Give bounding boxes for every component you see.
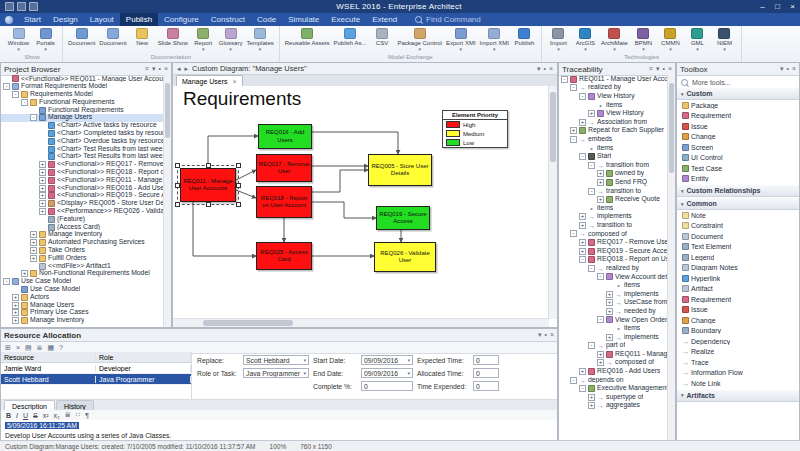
toolbox-item-requirement[interactable]: Requirement bbox=[677, 294, 799, 305]
notes-editor[interactable]: 5/09/2016 16:11:25 AM Develop User Accou… bbox=[1, 420, 557, 440]
menu-icon[interactable]: ≡ bbox=[145, 64, 149, 74]
tree-item[interactable]: <Chart> Test Results from last week bbox=[1, 153, 164, 161]
pin-icon[interactable]: • bbox=[158, 64, 160, 74]
tree-item[interactable]: -→transition to bbox=[559, 187, 668, 196]
diagram-node-req026[interactable]: REQ026 - Validate User bbox=[374, 242, 436, 272]
expand-icon[interactable]: + bbox=[12, 317, 19, 324]
collapse-icon[interactable]: - bbox=[579, 153, 586, 160]
diagram-node-req017[interactable]: REQ017 - Remove User bbox=[256, 154, 312, 182]
toolbox-item-constraint[interactable]: Constraint bbox=[677, 221, 799, 232]
tree-item[interactable]: +<<Functional>> REQ018 - Report on user … bbox=[1, 169, 164, 177]
tree-item[interactable]: +<<Functional>> REQ017 - Remove User bbox=[1, 161, 164, 169]
selection-handle[interactable] bbox=[236, 163, 241, 168]
toolbox-item-screen[interactable]: Screen bbox=[677, 142, 799, 153]
expand-icon[interactable]: + bbox=[30, 247, 37, 254]
tree-item[interactable]: +→implements bbox=[559, 213, 668, 222]
tree-item[interactable]: +Automated Purchasing Services bbox=[1, 239, 164, 247]
tree-item[interactable]: -Manage Users bbox=[1, 114, 164, 122]
dropdown-icon[interactable]: ▾ bbox=[152, 64, 156, 74]
project-browser-scrollbar[interactable] bbox=[163, 75, 171, 327]
collapse-icon[interactable]: - bbox=[570, 230, 577, 237]
selection-handle[interactable] bbox=[175, 163, 180, 168]
toolbox-item-text-element[interactable]: Text Element bbox=[677, 242, 799, 253]
tree-item[interactable]: -→depends on bbox=[559, 376, 668, 385]
format-button-0[interactable]: B bbox=[6, 412, 11, 419]
tree-item[interactable]: +→aggregates bbox=[559, 402, 668, 411]
pin-icon[interactable]: • bbox=[662, 64, 664, 74]
toolbox-item-trace[interactable]: →Trace bbox=[677, 357, 799, 368]
tree-item[interactable]: +owned by bbox=[559, 170, 668, 179]
collapse-icon[interactable]: - bbox=[3, 278, 10, 285]
format-button-5[interactable]: x₂ bbox=[54, 412, 60, 419]
tree-item[interactable]: +→UseCase from bbox=[559, 298, 668, 307]
tree-item[interactable]: +<<Functional>> REQ011 - Manage User Acc… bbox=[1, 176, 164, 184]
tree-item[interactable]: •items bbox=[559, 281, 668, 290]
save-icon[interactable] bbox=[17, 2, 26, 11]
tree-item[interactable]: +Non-Functional Requirements Model bbox=[1, 270, 164, 278]
tree-item[interactable]: -→transition from bbox=[559, 161, 668, 170]
tree-item[interactable]: •items bbox=[559, 324, 668, 333]
tree-item[interactable]: -View Open Orders bbox=[559, 316, 668, 325]
menu-icon[interactable]: ≡ bbox=[649, 64, 653, 74]
toolbox-item-legend[interactable]: Legend bbox=[677, 252, 799, 263]
expand-icon[interactable]: + bbox=[588, 402, 595, 409]
toolbox-item-test-case[interactable]: Test Case bbox=[677, 163, 799, 174]
tab-extend[interactable]: Extend bbox=[366, 13, 403, 26]
collapse-icon[interactable]: - bbox=[30, 114, 37, 121]
tab-configure[interactable]: Configure bbox=[158, 13, 205, 26]
tree-item[interactable]: <<Functional>> REQ011 - Manage User Acco… bbox=[1, 75, 164, 83]
window-button[interactable]: Window▾ bbox=[5, 27, 32, 51]
tree-item[interactable]: +<<Performance>> REQ026 - Validate User bbox=[1, 208, 164, 216]
tree-item[interactable]: +<<Functional>> REQ019 - Secure Access bbox=[1, 192, 164, 200]
zoom-level[interactable]: 100% bbox=[270, 443, 287, 450]
tree-item[interactable]: -→composed of bbox=[559, 230, 668, 239]
expand-icon[interactable]: + bbox=[39, 177, 46, 184]
expand-icon[interactable]: + bbox=[39, 200, 46, 207]
toolbox-section-artifacts[interactable]: ▾Artifacts bbox=[677, 389, 799, 402]
pin-icon[interactable]: • bbox=[544, 330, 546, 340]
diagram-node-req018[interactable]: REQ018 - Report on User Account bbox=[256, 186, 312, 218]
format-button-4[interactable]: x² bbox=[43, 412, 49, 419]
help-icon[interactable]: ? bbox=[59, 344, 63, 351]
collapse-icon[interactable]: - bbox=[579, 256, 586, 263]
expected-time-field[interactable]: 0 bbox=[473, 355, 499, 365]
format-button-2[interactable]: U bbox=[23, 412, 28, 419]
close-icon[interactable]: × bbox=[785, 1, 800, 13]
start-date-field[interactable]: 09/09/2016▾ bbox=[361, 355, 413, 365]
toolbox-item-change[interactable]: Change bbox=[677, 315, 799, 326]
expand-icon[interactable]: + bbox=[12, 309, 19, 316]
toolbox-item-note-link[interactable]: →Note Link bbox=[677, 378, 799, 389]
tree-item[interactable]: -Format Requirements Model bbox=[1, 83, 164, 91]
publish-as-button[interactable]: Publish As... bbox=[331, 27, 368, 47]
maximize-icon[interactable]: □ bbox=[770, 1, 785, 13]
diagram-legend[interactable]: Element Priority HighMediumLow bbox=[442, 110, 508, 148]
tree-item[interactable]: +REQ019 - Secure Access bbox=[559, 247, 668, 256]
toolbox-section-custom[interactable]: ▾Custom bbox=[677, 87, 799, 100]
format-button-3[interactable]: S bbox=[33, 412, 38, 419]
selection-handle[interactable] bbox=[175, 183, 180, 188]
close-icon[interactable]: × bbox=[550, 330, 554, 340]
import-button[interactable]: Import▾ bbox=[545, 27, 572, 51]
tree-item[interactable]: +REQ016 - Add Users bbox=[559, 367, 668, 376]
collapse-icon[interactable]: - bbox=[12, 91, 19, 98]
tree-item[interactable]: +Manage Inventory bbox=[1, 317, 164, 325]
toolbox-item-package[interactable]: Package bbox=[677, 100, 799, 111]
complete-field[interactable]: 0 bbox=[361, 381, 413, 391]
toolbox-item-requirement[interactable]: Requirement bbox=[677, 111, 799, 122]
selection-handle[interactable] bbox=[206, 202, 211, 207]
nav-forward-icon[interactable]: ▸ bbox=[185, 65, 189, 73]
import-xmi-button[interactable]: Import XMI▾ bbox=[478, 27, 511, 51]
tree-item[interactable]: -Executive Management bbox=[559, 384, 668, 393]
cmmn-button[interactable]: CMMN▾ bbox=[657, 27, 684, 51]
tab-construct[interactable]: Construct bbox=[205, 13, 251, 26]
tree-item[interactable]: •items bbox=[559, 204, 668, 213]
expand-icon[interactable]: + bbox=[30, 239, 37, 246]
tab-start[interactable]: Start bbox=[18, 13, 47, 26]
tree-item[interactable]: -Requirements Model bbox=[1, 91, 164, 99]
tree-item[interactable]: •items bbox=[559, 101, 668, 110]
export-xmi-button[interactable]: Export XMI▾ bbox=[444, 27, 478, 51]
slide-show-button[interactable]: Slide Show bbox=[156, 27, 190, 47]
tree-item[interactable]: +Manage Users bbox=[1, 301, 164, 309]
selection-handle[interactable] bbox=[236, 202, 241, 207]
tree-item[interactable]: -→realized by bbox=[559, 264, 668, 273]
